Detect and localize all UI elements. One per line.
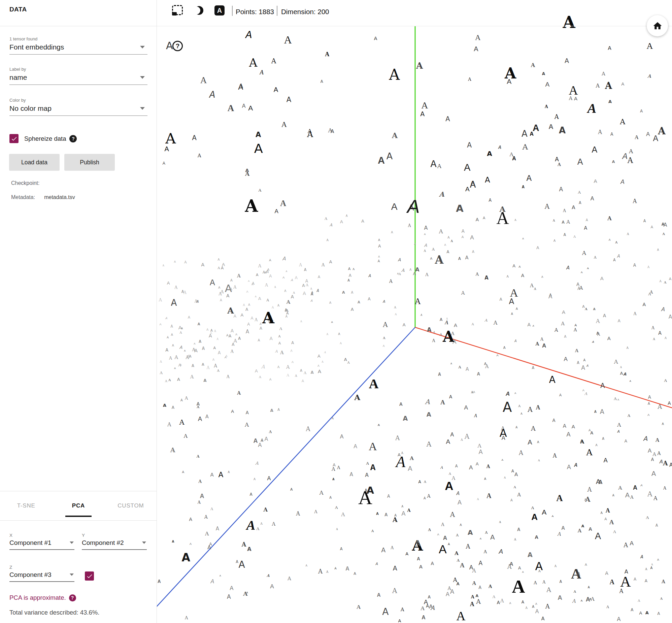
point-glyph[interactable]: A: [467, 142, 472, 150]
point-glyph[interactable]: A: [603, 313, 606, 318]
point-glyph[interactable]: A: [527, 406, 532, 413]
point-glyph[interactable]: A: [300, 320, 302, 323]
point-glyph[interactable]: A: [574, 463, 577, 468]
point-glyph[interactable]: A: [349, 273, 352, 277]
point-glyph[interactable]: A: [590, 196, 594, 201]
point-glyph[interactable]: A: [403, 415, 408, 422]
point-glyph[interactable]: A: [577, 361, 579, 365]
point-glyph[interactable]: A: [658, 404, 662, 410]
point-glyph[interactable]: A: [620, 574, 631, 589]
point-glyph[interactable]: A: [270, 409, 273, 413]
point-glyph[interactable]: A: [620, 366, 622, 369]
metadata-filename[interactable]: metadata.tsv: [44, 194, 75, 200]
point-glyph[interactable]: A: [247, 322, 250, 326]
point-glyph[interactable]: A: [541, 616, 545, 622]
point-glyph[interactable]: A: [403, 322, 406, 327]
point-glyph[interactable]: A: [221, 266, 223, 270]
point-glyph[interactable]: A: [252, 281, 255, 285]
point-glyph[interactable]: A: [271, 58, 276, 64]
point-glyph[interactable]: A: [609, 238, 610, 241]
point-glyph[interactable]: A: [237, 273, 241, 278]
point-glyph[interactable]: A: [657, 451, 661, 456]
point-glyph[interactable]: A: [593, 178, 597, 183]
point-glyph[interactable]: A: [237, 391, 241, 395]
point-glyph[interactable]: A: [179, 419, 184, 426]
point-glyph[interactable]: A: [515, 426, 517, 429]
pca-y-select[interactable]: Component #2: [82, 539, 147, 550]
point-glyph[interactable]: A: [600, 383, 605, 390]
point-glyph[interactable]: A: [451, 362, 452, 365]
point-glyph[interactable]: A: [460, 562, 465, 568]
point-glyph[interactable]: A: [234, 285, 237, 289]
point-glyph[interactable]: A: [552, 515, 554, 517]
tab-tsne[interactable]: T-SNE: [0, 491, 52, 520]
point-glyph[interactable]: A: [552, 453, 557, 459]
point-glyph[interactable]: A: [658, 331, 662, 336]
point-glyph[interactable]: A: [249, 57, 257, 68]
point-glyph[interactable]: A: [439, 191, 445, 198]
point-glyph[interactable]: A: [536, 246, 539, 250]
point-glyph[interactable]: A: [286, 96, 291, 103]
point-glyph[interactable]: A: [396, 454, 405, 470]
point-glyph[interactable]: A: [213, 346, 216, 350]
point-glyph[interactable]: A: [499, 297, 502, 301]
point-glyph[interactable]: A: [446, 116, 450, 123]
point-glyph[interactable]: A: [581, 365, 585, 371]
point-glyph[interactable]: A: [174, 367, 176, 370]
point-glyph[interactable]: A: [181, 327, 183, 330]
point-glyph[interactable]: A: [166, 41, 173, 51]
point-glyph[interactable]: A: [253, 478, 255, 481]
point-glyph[interactable]: A: [299, 263, 302, 267]
point-glyph[interactable]: A: [314, 509, 317, 514]
point-glyph[interactable]: A: [376, 512, 379, 515]
point-glyph[interactable]: A: [542, 580, 546, 585]
point-glyph[interactable]: A: [594, 256, 597, 259]
point-glyph[interactable]: A: [526, 174, 532, 183]
point-glyph[interactable]: A: [640, 109, 643, 113]
point-glyph[interactable]: A: [340, 547, 343, 551]
point-glyph[interactable]: A: [198, 416, 202, 422]
point-glyph[interactable]: A: [478, 443, 482, 449]
point-glyph[interactable]: A: [407, 508, 411, 512]
point-glyph[interactable]: A: [391, 231, 393, 234]
point-glyph[interactable]: A: [489, 584, 492, 589]
point-glyph[interactable]: A: [416, 61, 423, 70]
point-glyph[interactable]: A: [261, 364, 265, 369]
point-glyph[interactable]: A: [395, 313, 397, 316]
point-glyph[interactable]: A: [440, 399, 445, 405]
point-glyph[interactable]: A: [310, 299, 312, 302]
point-glyph[interactable]: A: [492, 594, 495, 598]
point-glyph[interactable]: A: [350, 472, 353, 477]
point-glyph[interactable]: A: [564, 356, 568, 362]
point-glyph[interactable]: A: [476, 217, 479, 222]
point-glyph[interactable]: A: [563, 423, 566, 429]
point-glyph[interactable]: A: [562, 208, 566, 213]
point-glyph[interactable]: A: [634, 577, 636, 581]
point-glyph[interactable]: A: [660, 597, 663, 600]
point-glyph[interactable]: A: [332, 467, 336, 472]
point-glyph[interactable]: A: [559, 186, 563, 192]
point-glyph[interactable]: A: [582, 389, 584, 392]
sphereize-help-icon[interactable]: ?: [69, 135, 77, 143]
point-glyph[interactable]: A: [304, 371, 307, 375]
point-glyph[interactable]: A: [535, 602, 537, 605]
tab-custom[interactable]: CUSTOM: [105, 491, 157, 520]
point-glyph[interactable]: A: [234, 314, 236, 318]
point-glyph[interactable]: A: [506, 391, 510, 396]
point-glyph[interactable]: A: [542, 508, 546, 515]
point-glyph[interactable]: A: [450, 511, 455, 518]
point-glyph[interactable]: A: [538, 459, 540, 462]
point-glyph[interactable]: A: [460, 523, 462, 526]
point-glyph[interactable]: A: [335, 567, 337, 570]
point-glyph[interactable]: A: [210, 278, 215, 287]
point-glyph[interactable]: A: [428, 528, 431, 532]
point-glyph[interactable]: A: [451, 239, 453, 243]
point-glyph[interactable]: A: [224, 356, 226, 359]
point-glyph[interactable]: A: [633, 312, 637, 316]
point-glyph[interactable]: A: [318, 568, 323, 574]
point-glyph[interactable]: A: [506, 275, 509, 278]
point-glyph[interactable]: A: [485, 364, 489, 369]
point-glyph[interactable]: A: [521, 600, 524, 604]
point-glyph[interactable]: A: [466, 367, 469, 372]
point-glyph[interactable]: A: [461, 290, 465, 295]
